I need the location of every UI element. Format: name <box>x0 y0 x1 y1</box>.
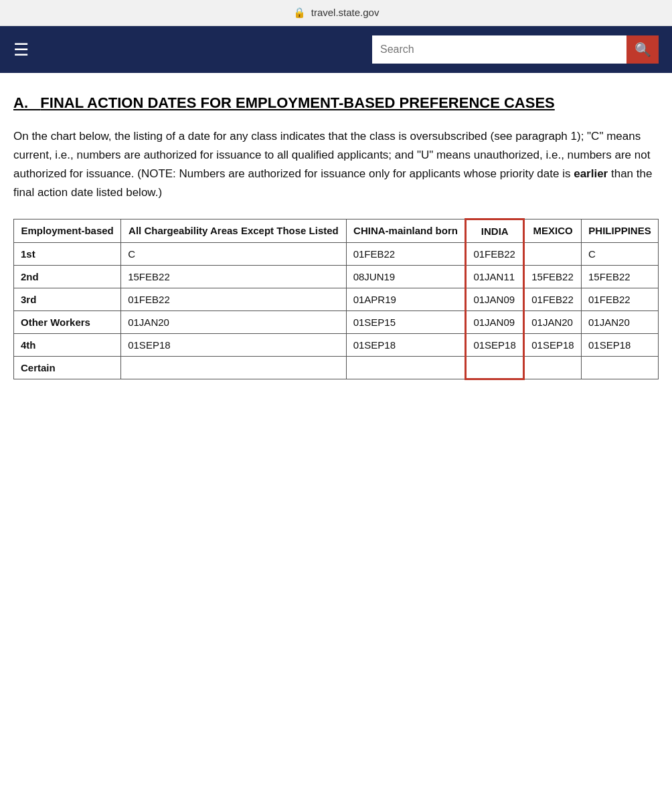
description-text: On the chart below, the listing of a dat… <box>13 130 650 180</box>
cell-india <box>466 356 524 379</box>
col-header-india: INDIA <box>466 219 524 242</box>
table-wrapper: Employment-based All Chargeability Areas… <box>13 218 659 380</box>
cell-india: 01JAN11 <box>466 265 524 288</box>
table-row: 4th 01SEP18 01SEP18 01SEP18 01SEP18 01SE… <box>14 333 659 356</box>
cell-philippines: 01FEB22 <box>582 288 659 310</box>
cell-philippines: 01JAN20 <box>582 310 659 333</box>
cell-mexico <box>524 356 582 379</box>
cell-all-chargeability: 15FEB22 <box>121 265 346 288</box>
lock-icon: 🔒 <box>293 7 306 18</box>
cell-india: 01JAN09 <box>466 288 524 310</box>
cell-philippines: 01SEP18 <box>582 333 659 356</box>
cell-all-chargeability: C <box>121 242 346 265</box>
cell-china: 01APR19 <box>346 288 466 310</box>
table-row: 1st C 01FEB22 01FEB22 C <box>14 242 659 265</box>
cell-india: 01SEP18 <box>466 333 524 356</box>
table-row: Certain <box>14 356 659 379</box>
cell-china: 01FEB22 <box>346 242 466 265</box>
cell-china: 08JUN19 <box>346 265 466 288</box>
cell-india: 01JAN09 <box>466 310 524 333</box>
cell-all-chargeability <box>121 356 346 379</box>
cell-mexico: 01JAN20 <box>524 310 582 333</box>
table-row: 3rd 01FEB22 01APR19 01JAN09 01FEB22 01FE… <box>14 288 659 310</box>
cell-all-chargeability: 01SEP18 <box>121 333 346 356</box>
cell-category: Other Workers <box>14 310 121 333</box>
cell-philippines: C <box>582 242 659 265</box>
search-icon: 🔍 <box>635 41 651 58</box>
cell-category: 1st <box>14 242 121 265</box>
cell-mexico: 01FEB22 <box>524 288 582 310</box>
cell-category: Certain <box>14 356 121 379</box>
cell-category: 2nd <box>14 265 121 288</box>
search-area: 🔍 <box>372 35 659 64</box>
hamburger-menu-icon[interactable]: ☰ <box>13 39 29 60</box>
col-header-employment: Employment-based <box>14 219 121 242</box>
address-bar: 🔒 travel.state.gov <box>0 0 672 26</box>
cell-china: 01SEP18 <box>346 333 466 356</box>
search-input[interactable] <box>372 35 626 64</box>
search-button[interactable]: 🔍 <box>626 35 659 64</box>
cell-mexico: 01SEP18 <box>524 333 582 356</box>
section-label-a: A. <box>13 94 28 111</box>
cell-philippines: 15FEB22 <box>582 265 659 288</box>
col-header-china: CHINA-mainland born <box>346 219 466 242</box>
url-text: travel.state.gov <box>311 7 380 18</box>
cell-all-chargeability: 01JAN20 <box>121 310 346 333</box>
cell-china <box>346 356 466 379</box>
table-row: 2nd 15FEB22 08JUN19 01JAN11 15FEB22 15FE… <box>14 265 659 288</box>
col-header-philippines: PHILIPPINES <box>582 219 659 242</box>
employment-based-table: Employment-based All Chargeability Areas… <box>13 218 659 380</box>
col-header-mexico: MEXICO <box>524 219 582 242</box>
cell-india: 01FEB22 <box>466 242 524 265</box>
table-row: Other Workers 01JAN20 01SEP15 01JAN09 01… <box>14 310 659 333</box>
section-title-text: FINAL ACTION DATES FOR EMPLOYMENT-BASED … <box>40 94 554 111</box>
col-header-all-chargeability: All Chargeability Areas Except Those Lis… <box>121 219 346 242</box>
cell-china: 01SEP15 <box>346 310 466 333</box>
cell-category: 3rd <box>14 288 121 310</box>
cell-philippines <box>582 356 659 379</box>
description-bold: earlier <box>574 167 608 180</box>
cell-all-chargeability: 01FEB22 <box>121 288 346 310</box>
section-title: A. FINAL ACTION DATES FOR EMPLOYMENT-BAS… <box>13 93 659 114</box>
cell-mexico <box>524 242 582 265</box>
cell-category: 4th <box>14 333 121 356</box>
main-content: A. FINAL ACTION DATES FOR EMPLOYMENT-BAS… <box>0 73 672 393</box>
cell-mexico: 15FEB22 <box>524 265 582 288</box>
table-header-row: Employment-based All Chargeability Areas… <box>14 219 659 242</box>
navbar: ☰ 🔍 <box>0 26 672 73</box>
section-description: On the chart below, the listing of a dat… <box>13 127 659 202</box>
